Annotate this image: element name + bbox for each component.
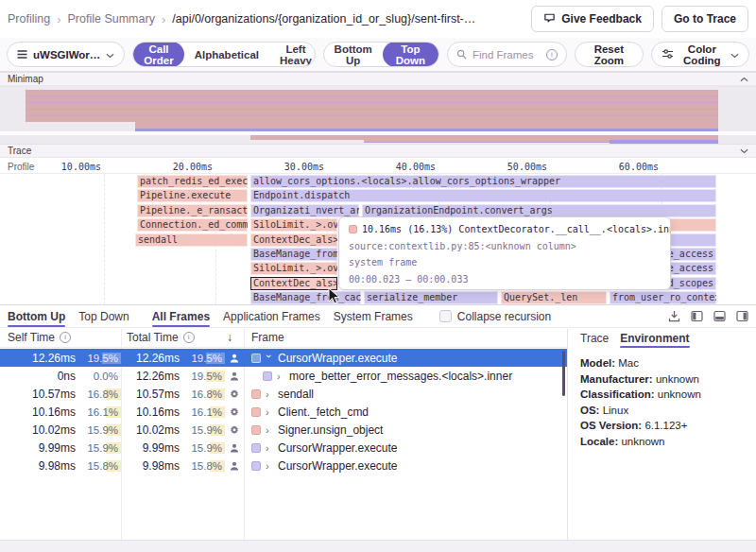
- sort-option-call-order[interactable]: Call Order: [133, 42, 183, 67]
- tab-top-down[interactable]: Top Down: [78, 305, 129, 327]
- color-coding-dropdown[interactable]: Color Coding: [651, 42, 749, 67]
- chevron-right-icon[interactable]: ›: [266, 460, 273, 472]
- give-feedback-label: Give Feedback: [561, 12, 642, 26]
- flame-frame[interactable]: Pipeline._e_ransaction: [137, 204, 248, 217]
- chevron-down-icon[interactable]: ›: [264, 354, 275, 362]
- field-label: Model:: [580, 357, 615, 369]
- environment-field: Classification: unknown: [580, 387, 756, 403]
- time-tick-label: 50.00ms: [507, 162, 547, 172]
- table-row[interactable]: 0ns0.0%12.26ms19.5%›more_better_error_me…: [0, 367, 567, 385]
- sort-option-alphabetical[interactable]: Alphabetical: [184, 42, 269, 67]
- table-row[interactable]: 9.99ms15.9%9.99ms15.9%›CursorWrapper.exe…: [0, 439, 567, 457]
- chevron-right-icon[interactable]: ›: [277, 371, 284, 382]
- self-time-value: 10.16ms: [32, 405, 76, 419]
- chevron-down-icon: [106, 49, 114, 60]
- time-gridline: [104, 174, 105, 304]
- chevron-right-icon[interactable]: ›: [266, 424, 273, 436]
- find-frames-input[interactable]: [472, 49, 541, 60]
- table-scrollbar-thumb[interactable]: [562, 351, 565, 396]
- find-frames-searchbox[interactable]: i: [447, 42, 567, 67]
- view-option-bottom-up[interactable]: Bottom Up: [324, 42, 383, 67]
- frame-cell: ›CursorWrapper.execute: [244, 459, 567, 473]
- frame-color-swatch: [251, 461, 261, 471]
- frame-column-header[interactable]: Frame: [251, 331, 284, 344]
- table-row[interactable]: 10.16ms16.1%10.16ms16.1%›Client._fetch_c…: [0, 403, 567, 421]
- self-time-column-header[interactable]: Self Timei: [8, 331, 71, 344]
- flame-frame[interactable]: Pipeline.execute: [137, 189, 248, 202]
- layout-right-dock-icon[interactable]: [736, 310, 748, 322]
- tooltip-source: source:contextlib.py:85:<unknown column>: [349, 238, 661, 255]
- table-row[interactable]: 12.26ms19.5%12.26ms19.5%›CursorWrapper.e…: [0, 349, 567, 367]
- table-row[interactable]: 10.57ms16.8%10.57ms16.8%›sendall: [0, 385, 567, 403]
- go-to-trace-button[interactable]: Go to Trace: [662, 6, 748, 32]
- frame-color-swatch: [263, 371, 272, 381]
- flame-frame[interactable]: BaseManage_from_cache: [250, 291, 361, 304]
- chevron-right-icon[interactable]: ›: [266, 388, 273, 400]
- time-ruler: Profile 10.00ms20.00ms30.00ms40.00ms50.0…: [0, 159, 756, 174]
- sort-option-left-heavy[interactable]: Left Heavy: [269, 42, 316, 67]
- chevron-up-icon[interactable]: [740, 77, 748, 82]
- breadcrumb-item[interactable]: /api/0/organizations/{organization_id_or…: [172, 12, 475, 26]
- flame-frame[interactable]: SiloLimit._>.over: [250, 262, 337, 275]
- frame-name: CursorWrapper.execute: [278, 459, 398, 473]
- filter-tab-system-frames[interactable]: System Frames: [334, 305, 413, 327]
- flame-frame[interactable]: Connection._ed_command: [137, 218, 248, 232]
- thread-selector-dropdown[interactable]: uWSGIWor…: [7, 42, 125, 67]
- flame-frame[interactable]: from_user_ro_context: [610, 291, 716, 304]
- sort-direction-icon[interactable]: ↓: [227, 331, 232, 344]
- percent-value: 16.8%: [191, 388, 222, 400]
- breadcrumb-item[interactable]: Profile Summary: [68, 12, 155, 26]
- chevron-right-icon[interactable]: ›: [266, 442, 273, 454]
- trace-section-header[interactable]: Trace: [0, 144, 756, 158]
- collapse-recursion-control: Collapse recursion: [439, 310, 551, 323]
- flame-frame[interactable]: SiloLimit._>.over: [250, 218, 337, 232]
- collapse-recursion-checkbox[interactable]: [439, 310, 452, 322]
- system-frame-icon: [225, 406, 244, 418]
- flame-frame[interactable]: patch_redis_ed_execute: [137, 175, 248, 188]
- time-tick-label: 40.00ms: [396, 162, 436, 172]
- time-tick-label: 20.00ms: [173, 162, 213, 172]
- filter-tab-all-frames[interactable]: All Frames: [152, 305, 210, 327]
- application-frame-icon: [225, 442, 244, 454]
- tab-bottom-up[interactable]: Bottom Up: [8, 305, 65, 327]
- self-time-cell: 10.02ms15.9%: [0, 423, 121, 437]
- flame-frame[interactable]: allow_cors_options.<locals>.allow_cors_o…: [250, 175, 716, 188]
- breadcrumb-item[interactable]: Profiling: [8, 12, 50, 26]
- minimap-canvas[interactable]: [0, 86, 756, 144]
- chevron-down-icon[interactable]: [740, 148, 748, 154]
- flame-frame[interactable]: Organizati_nvert_args: [250, 204, 359, 217]
- flame-frame[interactable]: sendall: [135, 233, 248, 247]
- detail-tab-environment[interactable]: Environment: [620, 332, 689, 347]
- layout-bottom-dock-icon[interactable]: [713, 310, 726, 322]
- frame-name: more_better_error_messages.<locals>.inne…: [289, 370, 512, 383]
- breadcrumb-separator-icon: ›: [57, 12, 60, 26]
- filter-tab-application-frames[interactable]: Application Frames: [223, 305, 320, 327]
- self-time-value: 9.99ms: [39, 441, 76, 455]
- flame-frame[interactable]: QuerySet._len: [501, 291, 607, 304]
- total-time-column-header[interactable]: Total Timei: [127, 331, 195, 344]
- flame-frame[interactable]: BaseManage_from_c: [250, 248, 337, 261]
- layout-left-dock-icon[interactable]: [691, 310, 703, 322]
- total-time-percent: 16.8%: [183, 388, 225, 401]
- flame-frame[interactable]: ContextDec_als>.i: [250, 233, 337, 247]
- environment-field: Model: Mac: [580, 355, 756, 371]
- flame-frame[interactable]: OrganizationEndpoint.convert_args: [362, 204, 716, 217]
- table-row[interactable]: 9.98ms15.8%9.98ms15.8%›CursorWrapper.exe…: [0, 457, 567, 474]
- reset-zoom-button[interactable]: Reset Zoom: [575, 42, 644, 67]
- self-time-cell: 9.99ms15.9%: [0, 441, 121, 455]
- detail-tab-trace[interactable]: Trace: [580, 332, 609, 347]
- give-feedback-button[interactable]: Give Feedback: [531, 6, 654, 32]
- download-icon[interactable]: [668, 310, 680, 322]
- chevron-right-icon[interactable]: ›: [266, 406, 273, 418]
- total-time-cell: 10.02ms15.9%: [121, 423, 244, 437]
- minimap-section-header[interactable]: Minimap: [0, 72, 756, 86]
- flame-frame[interactable]: Endpoint.dispatch: [250, 189, 716, 202]
- tooltip-time-range: 00:00.023 — 00:00.033: [349, 271, 661, 288]
- table-row[interactable]: 10.02ms15.9%10.02ms15.9%›Signer.unsign_o…: [0, 421, 567, 439]
- environment-field: OS Version: 6.1.123+: [580, 418, 756, 434]
- flame-frame[interactable]: ContextDec_als>.i: [250, 277, 337, 290]
- flame-frame[interactable]: serialize_member: [364, 291, 498, 304]
- view-option-top-down[interactable]: Top Down: [383, 42, 438, 67]
- system-frame-icon: [225, 424, 244, 436]
- percent-value: 15.9%: [87, 424, 118, 436]
